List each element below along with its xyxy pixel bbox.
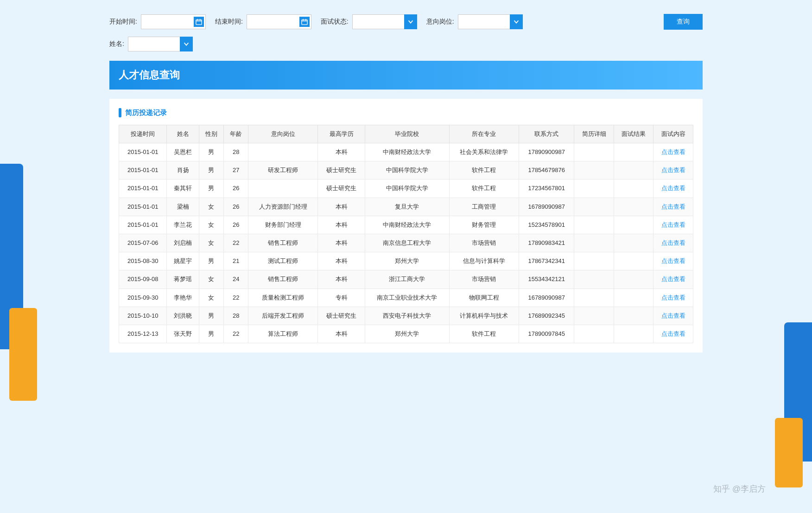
resume-section: 简历投递记录 投递时间 姓名 性别 年龄 意向岗位 最高学历 毕业院校 所在专业… <box>109 99 703 353</box>
table-cell <box>614 180 653 198</box>
start-time-calendar-icon[interactable] <box>194 17 204 27</box>
table-cell: 市场营销 <box>449 270 519 289</box>
table-cell <box>614 307 653 325</box>
table-cell: 中国科学院大学 <box>365 180 449 198</box>
table-cell: 本科 <box>318 325 365 343</box>
table-cell <box>574 234 614 252</box>
table-cell: 2015-12-13 <box>119 325 167 343</box>
page-title: 人才信息查询 <box>119 68 693 82</box>
table-cell: 刘启楠 <box>167 234 199 252</box>
view-content-link[interactable]: 点击查看 <box>661 221 685 228</box>
table-cell: 点击查看 <box>653 198 693 216</box>
table-cell: 复旦大学 <box>365 198 449 216</box>
table-cell: 中南财经政法大学 <box>365 143 449 161</box>
view-content-link[interactable]: 点击查看 <box>661 276 685 282</box>
view-content-link[interactable]: 点击查看 <box>661 330 685 337</box>
table-cell: 点击查看 <box>653 234 693 252</box>
table-cell <box>614 270 653 289</box>
table-cell: 本科 <box>318 143 365 161</box>
table-cell: 男 <box>199 325 223 343</box>
table-cell: 本科 <box>318 198 365 216</box>
table-cell: 22 <box>224 234 248 252</box>
end-time-calendar-icon[interactable] <box>299 17 310 27</box>
col-age: 年龄 <box>224 125 248 143</box>
section-title-icon <box>119 108 121 117</box>
watermark: 知乎 @李启方 <box>713 483 766 494</box>
table-cell: 女 <box>199 289 223 307</box>
table-cell: 17867342341 <box>519 252 574 270</box>
start-time-input-wrapper <box>141 14 206 29</box>
table-cell: 李兰花 <box>167 216 199 234</box>
end-time-input-wrapper <box>247 14 311 29</box>
table-cell: 26 <box>224 180 248 198</box>
page-title-bar: 人才信息查询 <box>109 61 703 90</box>
interview-status-select[interactable] <box>352 14 417 29</box>
name-select-wrapper <box>128 37 193 51</box>
table-row: 2015-12-13张天野男22算法工程师本科郑州大学软件工程178900978… <box>119 325 693 343</box>
table-cell: 软件工程 <box>449 161 519 180</box>
target-position-select[interactable] <box>458 14 523 29</box>
end-time-label: 结束时间: <box>215 18 243 26</box>
table-cell <box>614 289 653 307</box>
table-cell: 22 <box>224 289 248 307</box>
name-label: 姓名: <box>109 40 124 48</box>
table-cell: 22 <box>224 325 248 343</box>
start-time-field: 开始时间: <box>109 14 206 29</box>
start-time-label: 开始时间: <box>109 18 137 26</box>
table-cell: 软件工程 <box>449 180 519 198</box>
view-content-link[interactable]: 点击查看 <box>661 294 685 301</box>
table-cell: 软件工程 <box>449 325 519 343</box>
view-content-link[interactable]: 点击查看 <box>661 239 685 246</box>
view-content-link[interactable]: 点击查看 <box>661 185 685 192</box>
name-select[interactable] <box>128 37 193 51</box>
table-cell: 21 <box>224 252 248 270</box>
view-content-link[interactable]: 点击查看 <box>661 257 685 264</box>
target-position-label: 意向岗位: <box>426 18 454 26</box>
table-cell <box>614 143 653 161</box>
table-cell: 点击查看 <box>653 161 693 180</box>
table-cell: 男 <box>199 161 223 180</box>
table-cell: 算法工程师 <box>248 325 318 343</box>
table-row: 2015-07-06刘启楠女22销售工程师本科南京信息工程大学市场营销17890… <box>119 234 693 252</box>
col-school: 毕业院校 <box>365 125 449 143</box>
view-content-link[interactable]: 点击查看 <box>661 203 685 210</box>
table-cell: 28 <box>224 143 248 161</box>
table-cell: 社会关系和法律学 <box>449 143 519 161</box>
table-cell: 2015-01-01 <box>119 180 167 198</box>
table-cell: 测试工程师 <box>248 252 318 270</box>
section-title-text: 简历投递记录 <box>125 109 167 117</box>
table-row: 2015-01-01吴恩栏男28本科中南财经政法大学社会关系和法律学178909… <box>119 143 693 161</box>
table-cell: 郑州大学 <box>365 325 449 343</box>
table-cell <box>574 143 614 161</box>
table-cell <box>574 252 614 270</box>
table-cell: 女 <box>199 234 223 252</box>
table-cell: 点击查看 <box>653 325 693 343</box>
table-cell: 本科 <box>318 270 365 289</box>
table-cell: 17689092345 <box>519 307 574 325</box>
table-cell: 2015-01-01 <box>119 216 167 234</box>
table-cell: 2015-01-01 <box>119 143 167 161</box>
table-cell: 蒋梦瑶 <box>167 270 199 289</box>
query-button[interactable]: 查询 <box>664 14 703 30</box>
table-row: 2015-08-30姚星宇男21测试工程师本科郑州大学信息与计算科学178673… <box>119 252 693 270</box>
table-cell: 点击查看 <box>653 289 693 307</box>
table-cell: 2015-10-10 <box>119 307 167 325</box>
table-cell: 15534342121 <box>519 270 574 289</box>
table-cell: 销售工程师 <box>248 234 318 252</box>
table-row: 2015-10-10刘洪晓男28后端开发工程师硕士研究生西安电子科技大学计算机科… <box>119 307 693 325</box>
view-content-link[interactable]: 点击查看 <box>661 148 685 155</box>
view-content-link[interactable]: 点击查看 <box>661 312 685 319</box>
table-cell: 17890900987 <box>519 143 574 161</box>
table-cell: 15234578901 <box>519 216 574 234</box>
table-cell <box>574 289 614 307</box>
table-cell: 研发工程师 <box>248 161 318 180</box>
table-cell <box>614 252 653 270</box>
table-cell: 27 <box>224 161 248 180</box>
table-cell: 2015-08-30 <box>119 252 167 270</box>
view-content-link[interactable]: 点击查看 <box>661 167 685 173</box>
target-position-field: 意向岗位: <box>426 14 523 29</box>
section-title-container: 简历投递记录 <box>119 108 693 117</box>
table-cell <box>574 180 614 198</box>
table-cell <box>614 161 653 180</box>
col-time: 投递时间 <box>119 125 167 143</box>
